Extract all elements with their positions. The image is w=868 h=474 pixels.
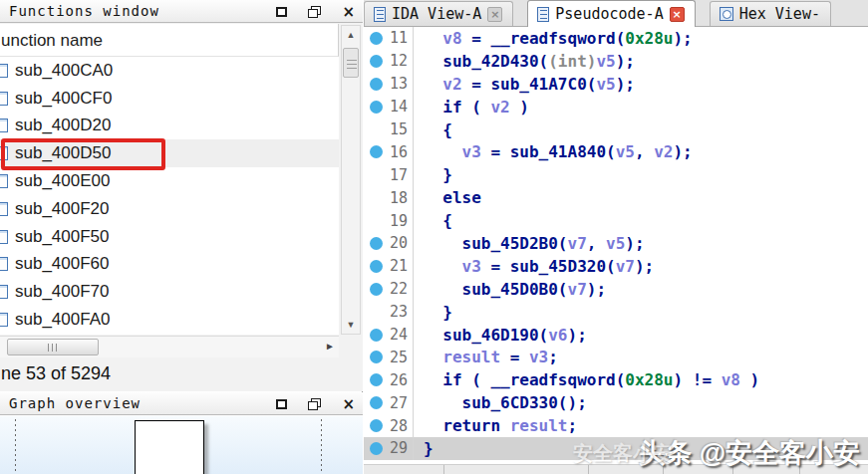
gutter-bullet-cell <box>364 32 388 45</box>
function-row[interactable]: sub_400F20 <box>0 195 339 223</box>
function-row[interactable]: sub_400F60 <box>0 251 339 279</box>
function-icon <box>0 313 8 327</box>
code-line[interactable]: 14 if ( v2 ) <box>364 96 868 118</box>
column-header-function-name[interactable]: unction name <box>0 24 339 57</box>
function-row[interactable]: sub_400F50 <box>0 223 339 251</box>
function-row[interactable]: sub_400FA0 <box>0 306 339 334</box>
code-text: sub_42D430((int)v5); <box>414 52 635 71</box>
code-line[interactable]: 20 sub_45D2B0(v7, v5); <box>364 232 868 255</box>
code-line[interactable]: 25 result = v3; <box>364 346 868 368</box>
breakpoint-bullet-icon[interactable] <box>370 32 383 45</box>
breakpoint-bullet-icon[interactable] <box>370 101 383 114</box>
line-number: 20 <box>388 232 414 255</box>
vertical-scrollbar[interactable]: ▲ ▼ <box>341 25 361 335</box>
code-text: sub_45D0B0(v7); <box>414 280 606 299</box>
restore-icon[interactable] <box>308 398 321 410</box>
code-line[interactable]: 21 v3 = sub_45D320(v7); <box>364 255 868 278</box>
code-text: result = v3; <box>414 348 558 366</box>
function-row[interactable]: sub_400F70 <box>0 278 339 306</box>
line-number: 15 <box>388 118 414 141</box>
breakpoint-bullet-icon[interactable] <box>370 78 383 91</box>
function-row[interactable]: sub_400D20 <box>0 113 339 140</box>
tab-pseudocode-a[interactable]: Pseudocode-A× <box>527 0 695 27</box>
breakpoint-bullet-icon[interactable] <box>370 419 383 432</box>
code-token: } <box>424 165 452 184</box>
tab-close-icon[interactable]: × <box>670 7 685 22</box>
code-token: , <box>635 142 654 161</box>
maximize-icon[interactable] <box>276 399 287 409</box>
function-name-label: sub_400CF0 <box>15 89 112 109</box>
scrollbar-thumb[interactable] <box>7 339 99 356</box>
code-token <box>424 52 442 71</box>
code-token: sub_45D320 <box>510 257 606 276</box>
code-token: __readfsqword <box>490 370 615 389</box>
graph-overview-canvas[interactable] <box>0 416 363 474</box>
functions-window-titlebar[interactable]: Functions window × <box>0 0 363 23</box>
breakpoint-bullet-icon[interactable] <box>370 283 383 296</box>
line-number: 22 <box>388 278 414 301</box>
scroll-down-icon[interactable]: ▼ <box>342 318 360 332</box>
code-line[interactable]: 13 v2 = sub_41A7C0(v5); <box>364 73 868 96</box>
window-buttons: × <box>276 392 355 415</box>
code-token <box>424 98 442 117</box>
breakpoint-bullet-icon[interactable] <box>370 55 383 68</box>
breakpoint-bullet-icon[interactable] <box>370 145 383 158</box>
code-line[interactable]: 29} <box>364 437 868 460</box>
breakpoint-bullet-icon[interactable] <box>370 373 383 386</box>
breakpoint-bullet-icon[interactable] <box>370 396 383 409</box>
code-line[interactable]: 19 { <box>364 209 868 232</box>
code-text: sub_45D2B0(v7, v5); <box>414 234 645 253</box>
breakpoint-bullet-icon[interactable] <box>370 351 383 363</box>
code-line[interactable]: 22 sub_45D0B0(v7); <box>364 278 868 301</box>
code-line[interactable]: 24 sub_46D190(v6); <box>364 324 868 347</box>
code-token: v6 <box>548 326 567 345</box>
scroll-right-icon[interactable]: ► <box>325 341 335 352</box>
code-text: v3 = sub_45D320(v7); <box>414 257 654 276</box>
code-token: __readfsqword <box>490 29 615 48</box>
code-token: v2 <box>442 75 461 94</box>
function-name-label: sub_400D20 <box>15 116 111 135</box>
code-line[interactable]: 16 v3 = sub_41A840(v5, v2); <box>364 140 868 163</box>
code-line[interactable]: 26 if ( __readfsqword(0x28u) != v8 ) <box>364 368 868 391</box>
breakpoint-bullet-icon[interactable] <box>370 237 383 250</box>
function-row[interactable]: sub_400E00 <box>0 167 339 195</box>
scrollbar-thumb[interactable] <box>343 48 359 78</box>
code-line[interactable]: 18 else <box>364 186 868 209</box>
code-line[interactable]: 23 } <box>364 301 868 324</box>
restore-icon[interactable] <box>308 6 321 18</box>
tab-hex-view-[interactable]: Hex View- <box>710 1 831 26</box>
function-icon <box>0 146 8 160</box>
code-token <box>424 234 462 253</box>
breakpoint-bullet-icon[interactable] <box>370 329 383 342</box>
code-token: sub_45D2B0 <box>462 234 558 253</box>
code-horizontal-scrollbar[interactable] <box>364 464 868 474</box>
graph-overview-titlebar[interactable]: Graph overview × <box>0 392 363 415</box>
close-icon[interactable]: × <box>342 398 355 410</box>
code-line[interactable]: 27 sub_6CD330(); <box>364 391 868 414</box>
code-line[interactable]: 12 sub_42D430((int)v5); <box>364 50 868 73</box>
code-token <box>424 393 462 412</box>
graph-node[interactable] <box>135 420 204 474</box>
tab-ida-view-a[interactable]: IDA View-A× <box>364 1 513 26</box>
code-line[interactable]: 28 return result; <box>364 414 868 437</box>
scroll-up-icon[interactable]: ▲ <box>342 28 360 42</box>
tab-close-icon[interactable]: × <box>487 7 502 22</box>
code-line[interactable]: 15 { <box>364 118 868 141</box>
close-icon[interactable]: × <box>342 6 355 18</box>
code-text: sub_46D190(v6); <box>414 326 587 345</box>
code-token <box>424 188 442 207</box>
code-line[interactable]: 17 } <box>364 163 868 186</box>
function-row[interactable]: sub_400D50 <box>0 139 339 167</box>
function-row[interactable]: sub_400CF0 <box>0 85 339 113</box>
function-row[interactable]: sub_400CA0 <box>0 57 339 85</box>
breakpoint-bullet-icon[interactable] <box>370 260 383 273</box>
code-token: sub_41A7C0 <box>490 75 586 94</box>
maximize-icon[interactable] <box>276 7 287 17</box>
gutter-bullet-cell <box>364 55 388 68</box>
code-token: v7 <box>616 257 635 276</box>
horizontal-scrollbar[interactable]: ► <box>0 336 339 357</box>
code-line[interactable]: 11 v8 = __readfsqword(0x28u); <box>364 27 868 50</box>
thumb-grip-icon <box>48 344 60 352</box>
breakpoint-bullet-icon[interactable] <box>370 442 383 455</box>
pseudocode-view[interactable]: 11 v8 = __readfsqword(0x28u);12 sub_42D4… <box>364 27 868 464</box>
